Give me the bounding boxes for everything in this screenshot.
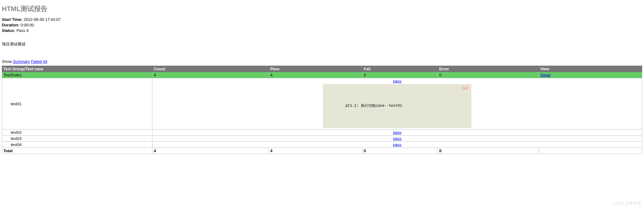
status-label: Status: — [2, 28, 15, 33]
duration-label: Duration: — [2, 23, 20, 27]
total-label: Total — [2, 148, 152, 154]
case-name: test02 — [2, 129, 152, 136]
case-name: test01 — [2, 78, 152, 129]
col-count: Count — [152, 66, 269, 72]
total-error: 0 — [438, 148, 539, 154]
col-error: Error — [438, 66, 539, 72]
col-pass: Pass — [269, 66, 362, 72]
total-row: Total 4 4 0 0 — [2, 148, 642, 154]
result-table: Test Group/Test case Count Pass Fail Err… — [2, 66, 642, 154]
output-text: pt1.1: 执行功能case--test01 — [346, 104, 402, 108]
failed-link[interactable]: Failed — [31, 59, 42, 64]
suite-name: TestSuite1 — [2, 72, 152, 78]
suite-error: 0 — [438, 72, 539, 78]
duration-value: 0:00:00 — [21, 23, 34, 27]
close-icon[interactable]: [x] — [462, 86, 469, 90]
start-time-value: 2022-08-30 17:43:07 — [24, 17, 61, 22]
show-prefix: Show — [2, 59, 12, 64]
filter-line: Show Summary Failed All — [2, 59, 642, 64]
summary-link[interactable]: Summary — [13, 59, 30, 64]
suite-fail: 0 — [362, 72, 438, 78]
case-name: test04 — [2, 142, 152, 148]
header-row: Test Group/Test case Count Pass Fail Err… — [2, 66, 642, 72]
status-value: Pass 4 — [17, 28, 29, 33]
total-fail: 0 — [362, 148, 438, 154]
page-title: HTML测试报告 — [2, 4, 642, 13]
suite-count: 4 — [152, 72, 269, 78]
total-view — [539, 148, 642, 154]
all-link[interactable]: All — [43, 59, 47, 64]
status-link[interactable]: pass — [152, 78, 642, 84]
table-row: test02 pass — [2, 129, 642, 136]
status-link[interactable]: pass — [393, 130, 401, 135]
start-time-label: Start Time: — [2, 17, 23, 22]
table-row: test04 pass — [2, 142, 642, 148]
status-link[interactable]: pass — [393, 142, 401, 147]
table-row: test03 pass — [2, 136, 642, 142]
detail-link[interactable]: Detail — [540, 73, 550, 77]
col-view: View — [539, 66, 642, 72]
status-link[interactable]: pass — [393, 136, 401, 141]
suite-pass: 4 — [269, 72, 362, 78]
col-group: Test Group/Test case — [2, 66, 152, 72]
total-count: 4 — [152, 148, 269, 154]
case-name: test03 — [2, 136, 152, 142]
description: 项目测试概述 — [2, 41, 642, 47]
table-row: test01 pass [x] pt1.1: 执行功能case--test01 — [2, 78, 642, 129]
output-box: [x] pt1.1: 执行功能case--test01 — [323, 84, 471, 128]
total-pass: 4 — [269, 148, 362, 154]
col-fail: Fail — [362, 66, 438, 72]
meta-block: Start Time: 2022-08-30 17:43:07 Duration… — [2, 17, 642, 33]
suite-row: TestSuite1 4 4 0 0 Detail — [2, 72, 642, 78]
